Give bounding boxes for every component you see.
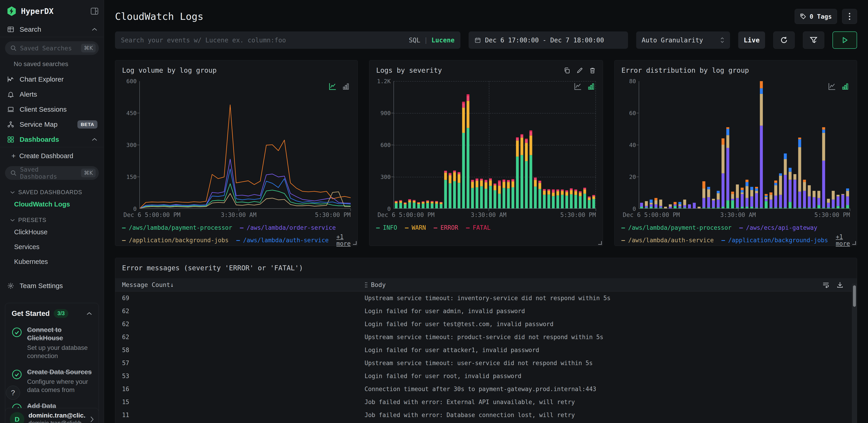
lang-separator: | bbox=[424, 36, 428, 44]
user-profile-card[interactable]: D dominic.tran@clic... dominic.tran@clic… bbox=[5, 408, 99, 423]
legend-item[interactable]: —/aws/lambda/payment-processor bbox=[122, 224, 232, 231]
legend-label: INFO bbox=[383, 224, 397, 231]
wrap-text-icon[interactable] bbox=[822, 281, 830, 288]
search-placeholder: Search your events w/ Lucene ex. column:… bbox=[121, 36, 404, 44]
table-row[interactable]: 62Login failed for user admin, invalid p… bbox=[115, 305, 857, 317]
chart-series-canvas bbox=[639, 81, 850, 208]
get-started-header[interactable]: Get Started 3/3 bbox=[11, 309, 92, 318]
saved-dashboards-input[interactable]: Saved Dashboards ⌘K bbox=[5, 166, 99, 180]
create-dashboard-button[interactable]: + Create Dashboard bbox=[0, 147, 104, 162]
sidebar-item-search[interactable]: Search bbox=[0, 22, 104, 37]
step-title: Connect to ClickHouse bbox=[27, 326, 92, 342]
legend-item[interactable]: —/application/background-jobs bbox=[721, 233, 828, 247]
table-row[interactable]: 62Upstream service timeout: product-serv… bbox=[115, 331, 857, 343]
get-started-step[interactable]: Connect to ClickHouseSet up your databas… bbox=[11, 326, 92, 360]
table-row[interactable]: 57Upstream service timeout: user-service… bbox=[115, 357, 857, 369]
cell-message-count: 15 bbox=[122, 399, 365, 405]
more-options-button[interactable] bbox=[842, 9, 857, 24]
legend-item[interactable]: —/application/background-jobs bbox=[122, 233, 228, 247]
sidebar-item-alerts[interactable]: Alerts bbox=[0, 87, 104, 102]
scrollbar-thumb[interactable] bbox=[853, 285, 856, 307]
x-axis-label: 3:30:00 AM bbox=[720, 212, 756, 218]
table-row[interactable]: 15Job failed with error: External API un… bbox=[115, 395, 857, 408]
delete-chart-icon[interactable] bbox=[589, 67, 596, 74]
legend-item[interactable]: —FATAL bbox=[466, 224, 491, 231]
bar-chart-toggle-icon[interactable] bbox=[841, 83, 849, 90]
calendar-icon bbox=[474, 37, 481, 43]
legend-more-link[interactable]: +1 more bbox=[336, 233, 351, 247]
table-row[interactable]: 62Login failed for user test@test.com, i… bbox=[115, 317, 857, 331]
refresh-icon bbox=[780, 36, 788, 44]
sidebar-item-label: Search bbox=[20, 26, 87, 33]
play-icon bbox=[841, 36, 849, 44]
bar-chart-toggle-icon[interactable] bbox=[587, 83, 595, 90]
filter-button[interactable] bbox=[803, 31, 824, 49]
legend-item[interactable]: —/aws/lambda/auth-service bbox=[621, 233, 714, 247]
line-chart-toggle-icon[interactable] bbox=[574, 83, 582, 90]
granularity-select[interactable]: Auto Granularity bbox=[636, 31, 730, 49]
table-row[interactable]: 16Connection timeout after 30s to paymen… bbox=[115, 383, 857, 395]
app-title: HyperDX bbox=[21, 7, 87, 16]
line-chart-toggle-icon[interactable] bbox=[328, 83, 337, 90]
resize-handle[interactable] bbox=[353, 241, 356, 245]
chart-card-0: Log volume by log group0150300450600Dec … bbox=[115, 60, 358, 246]
help-button[interactable]: ? bbox=[6, 386, 20, 400]
edit-chart-icon[interactable] bbox=[576, 67, 583, 74]
chart-plot-area[interactable] bbox=[140, 81, 351, 209]
drag-handle-icon[interactable] bbox=[365, 282, 368, 288]
sidebar-item-services[interactable]: Services bbox=[0, 239, 104, 254]
run-query-button[interactable] bbox=[833, 31, 857, 49]
sql-toggle[interactable]: SQL bbox=[409, 36, 420, 44]
chevron-down-icon bbox=[10, 219, 15, 222]
legend-item[interactable]: —INFO bbox=[376, 224, 397, 231]
sidebar-collapse-icon[interactable] bbox=[91, 8, 98, 15]
table-row[interactable]: 69Upstream service timeout: inventory-se… bbox=[115, 291, 857, 305]
column-header-message-count[interactable]: Message Count↓ bbox=[122, 281, 365, 288]
sidebar-item-dashboards[interactable]: Dashboards bbox=[0, 132, 104, 147]
sidebar-item-client-sessions[interactable]: Client Sessions bbox=[0, 102, 104, 117]
sidebar-item-cloudwatch-logs[interactable]: CloudWatch Logs bbox=[0, 197, 104, 212]
chevron-up-icon bbox=[92, 138, 97, 141]
get-started-step[interactable]: Create Data SourcesConfigure where your … bbox=[11, 368, 92, 394]
saved-dashboards-section[interactable]: SAVED DASHBOARDS bbox=[0, 184, 104, 197]
legend-item[interactable]: —/aws/lambda/payment-processor bbox=[621, 224, 732, 231]
resize-handle[interactable] bbox=[598, 241, 602, 245]
sidebar-item-kubernetes[interactable]: Kubernetes bbox=[0, 254, 104, 269]
download-icon[interactable] bbox=[836, 281, 844, 288]
bar-chart-toggle-icon[interactable] bbox=[342, 83, 350, 90]
table-row[interactable]: 53Login failed for user root, invalid pa… bbox=[115, 369, 857, 383]
sidebar-item-team-settings[interactable]: Team Settings bbox=[0, 278, 104, 293]
refresh-button[interactable] bbox=[773, 31, 795, 49]
sidebar: HyperDX Search Saved Searches ⌘K No save… bbox=[0, 0, 104, 423]
chart-title: Logs by severity bbox=[376, 66, 442, 74]
table-scrollbar[interactable] bbox=[852, 284, 857, 423]
legend-item[interactable]: —/aws/ecs/api-gateway bbox=[739, 224, 817, 231]
sidebar-item-service-map[interactable]: Service Map BETA bbox=[0, 117, 104, 132]
table-row[interactable]: 11Job failed with error: Database connec… bbox=[115, 408, 857, 421]
date-range-picker[interactable]: Dec 6 17:00:00 - Dec 7 18:00:00 bbox=[469, 31, 628, 49]
duplicate-chart-icon[interactable] bbox=[564, 67, 570, 74]
legend-item[interactable]: —WARN bbox=[405, 224, 426, 231]
line-chart-toggle-icon[interactable] bbox=[828, 83, 836, 90]
column-header-body[interactable]: Body bbox=[365, 281, 857, 288]
legend-swatch: — bbox=[240, 224, 244, 231]
chart-plot-area[interactable] bbox=[394, 81, 596, 209]
presets-section[interactable]: PRESETS bbox=[0, 212, 104, 225]
live-button[interactable]: Live bbox=[738, 31, 765, 49]
resize-handle[interactable] bbox=[852, 241, 856, 245]
sidebar-item-chart-explorer[interactable]: Chart Explorer bbox=[0, 72, 104, 87]
sidebar-item-clickhouse[interactable]: ClickHouse bbox=[0, 225, 104, 239]
chart-plot-area[interactable] bbox=[639, 81, 850, 209]
table-row[interactable]: 58Login failed for user attacker1, inval… bbox=[115, 343, 857, 357]
table-title: Error messages (severity 'ERROR' or 'FAT… bbox=[115, 264, 857, 272]
tags-button[interactable]: 0 Tags bbox=[795, 9, 837, 24]
sidebar-item-label: Client Sessions bbox=[20, 106, 97, 113]
legend-more-link[interactable]: +1 more bbox=[836, 233, 850, 247]
event-search-input[interactable]: Search your events w/ Lucene ex. column:… bbox=[115, 31, 460, 49]
legend-item[interactable]: —/aws/lambda/order-service bbox=[240, 224, 336, 231]
legend-item[interactable]: —ERROR bbox=[434, 224, 458, 231]
saved-searches-input[interactable]: Saved Searches ⌘K bbox=[5, 41, 99, 55]
filter-icon bbox=[809, 36, 818, 44]
legend-item[interactable]: —/aws/lambda/auth-service bbox=[236, 233, 329, 247]
lucene-toggle[interactable]: Lucene bbox=[432, 36, 455, 44]
